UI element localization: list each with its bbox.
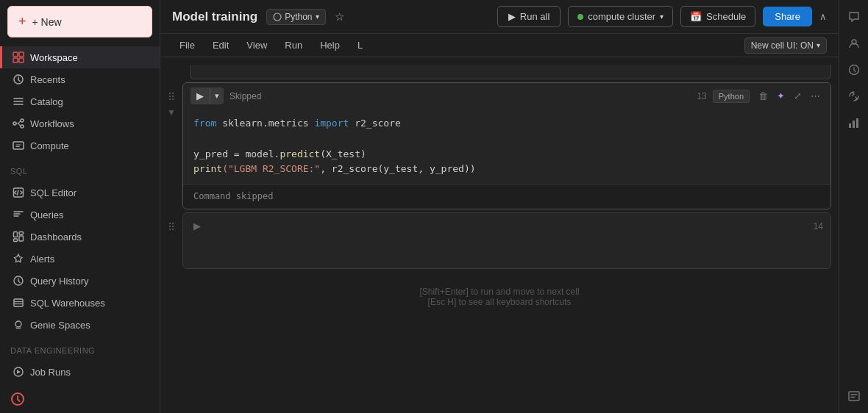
de-section-label: Data Engineering (0, 339, 160, 358)
run-menu-button[interactable]: ▾ (210, 88, 224, 104)
topbar-actions: ▶ Run all compute cluster ▾ 📅 Schedule S… (497, 6, 827, 27)
cell-body-13[interactable]: from sklearn.metrics import r2_score y_p… (183, 109, 830, 184)
catalog-icon (13, 96, 24, 107)
hint-line-1: [Shift+Enter] to run and move to next ce… (175, 287, 824, 297)
compute-cluster-button[interactable]: compute cluster ▾ (568, 6, 673, 27)
workspace-icon (13, 51, 24, 63)
run-cell-button-14[interactable]: ▶ (191, 218, 204, 234)
sidebar-item-recents[interactable]: Recents (0, 68, 160, 90)
svg-rect-24 (856, 118, 858, 128)
drag-handle[interactable]: ⠿ (168, 91, 175, 103)
sidebar-item-query-history[interactable]: Query History (0, 270, 160, 292)
sidebar-item-compute[interactable]: Compute (0, 134, 160, 157)
sidebar-item-label: Compute (30, 140, 69, 151)
svg-rect-13 (19, 236, 24, 241)
new-button[interactable]: + + New (7, 6, 152, 37)
run-all-button[interactable]: ▶ Run all (497, 6, 561, 27)
menu-help[interactable]: Help (313, 37, 347, 54)
visualization-button[interactable] (843, 112, 865, 134)
svg-point-5 (13, 122, 16, 125)
sql-warehouses-icon (13, 297, 24, 309)
svg-rect-25 (849, 392, 859, 401)
sidebar-item-sql-editor[interactable]: SQL Editor (0, 182, 160, 204)
collaborators-button[interactable] (843, 32, 865, 54)
sql-editor-icon (13, 187, 24, 198)
cell-actions: 🗑 ✦ ⤢ ⋯ (755, 89, 823, 103)
cell-empty-14[interactable] (183, 239, 830, 268)
language-label: Python (285, 12, 312, 22)
language-selector[interactable]: Python ▾ (266, 9, 325, 25)
table-of-contents-button[interactable] (843, 385, 865, 407)
sidebar-item-label: Query History (30, 276, 88, 287)
new-cell-ui-toggle[interactable]: New cell UI: ON ▾ (744, 37, 827, 54)
sidebar-item-sql-warehouses[interactable]: SQL Warehouses (0, 292, 160, 314)
variables-button[interactable] (843, 85, 865, 107)
sidebar-item-label: Dashboards (30, 231, 82, 243)
sidebar-item-queries[interactable]: Queries (0, 204, 160, 226)
queries-icon (13, 209, 24, 220)
svg-point-19 (274, 13, 281, 21)
svg-rect-11 (19, 232, 24, 235)
schedule-label: Schedule (706, 11, 746, 22)
menu-view[interactable]: View (239, 37, 274, 54)
menu-run[interactable]: Run (277, 37, 310, 54)
sidebar-item-dashboards[interactable]: Dashboards (0, 226, 160, 248)
share-button[interactable]: Share (763, 7, 812, 26)
run-cell-button[interactable]: ▶ (191, 87, 210, 104)
sidebar-item-label: Workspace (30, 52, 78, 63)
cell-language[interactable]: Python (713, 90, 750, 103)
sidebar-item-label: Queries (30, 209, 64, 220)
menubar: File Edit View Run Help L New cell UI: O… (160, 34, 839, 57)
new-cell-ui-label: New cell UI: ON (751, 40, 814, 51)
code-line-1: from sklearn.metrics import r2_score (193, 116, 820, 132)
cell-output-13: Command skipped (183, 184, 830, 209)
svg-point-7 (21, 125, 24, 128)
genie-spaces-icon (13, 319, 24, 331)
main-content: Model training Python ▾ ☆ ▶ Run all comp… (160, 0, 839, 413)
sidebar-item-catalog[interactable]: Catalog (0, 90, 160, 112)
menu-l[interactable]: L (350, 37, 370, 54)
notebook-title: Model training (172, 10, 257, 24)
clock-icon[interactable] (10, 392, 25, 409)
svg-rect-3 (19, 58, 24, 62)
menu-edit[interactable]: Edit (205, 37, 236, 54)
svg-rect-12 (14, 239, 18, 242)
sidebar-item-alerts[interactable]: Alerts (0, 248, 160, 270)
schedule-button[interactable]: 📅 Schedule (680, 6, 755, 27)
cell-menu-button[interactable]: ⋯ (808, 89, 823, 103)
workflows-icon (13, 118, 24, 129)
menu-file[interactable]: File (172, 37, 202, 54)
cell-status: Skipped (230, 91, 261, 101)
version-history-button[interactable] (843, 59, 865, 81)
cell-number-14: 14 (814, 221, 823, 231)
sidebar-item-label: SQL Editor (30, 187, 77, 198)
run-button-group: ▶ ▾ (191, 87, 224, 104)
main-nav: Workspace Recents Catalog (0, 43, 160, 159)
run-all-label: Run all (520, 11, 549, 22)
ai-cell-button[interactable]: ✦ (774, 89, 788, 103)
collapse-button[interactable]: ▼ (167, 107, 176, 118)
share-label: Share (775, 11, 800, 22)
comments-button[interactable] (843, 6, 865, 28)
sidebar-item-label: Recents (30, 74, 65, 85)
star-icon[interactable]: ☆ (335, 10, 344, 24)
sidebar-item-genie-spaces[interactable]: Genie Spaces (0, 314, 160, 336)
svg-point-6 (21, 119, 24, 122)
sidebar-item-job-runs[interactable]: Job Runs (0, 361, 160, 383)
delete-cell-button[interactable]: 🗑 (755, 89, 771, 103)
code-line-3: y_pred = model.predict(X_test) (193, 147, 820, 162)
chevron-down-icon: ▾ (316, 12, 319, 21)
expand-cell-button[interactable]: ⤢ (791, 89, 805, 103)
topbar: Model training Python ▾ ☆ ▶ Run all comp… (160, 0, 839, 34)
right-sidebar (839, 0, 868, 413)
cell-header-13: ▶ ▾ Skipped 13 Python 🗑 ✦ ⤢ ⋯ (183, 83, 830, 109)
svg-rect-23 (853, 121, 855, 128)
collapse-icon[interactable]: ∧ (819, 11, 827, 22)
drag-handle[interactable]: ⠿ (168, 221, 175, 233)
svg-rect-15 (14, 299, 23, 306)
de-nav: Job Runs (0, 358, 160, 386)
sidebar-item-workflows[interactable]: Workflows (0, 112, 160, 134)
sidebar-item-workspace[interactable]: Workspace (0, 46, 160, 68)
chevron-down-icon: ▾ (817, 41, 820, 49)
calendar-icon: 📅 (690, 11, 702, 22)
